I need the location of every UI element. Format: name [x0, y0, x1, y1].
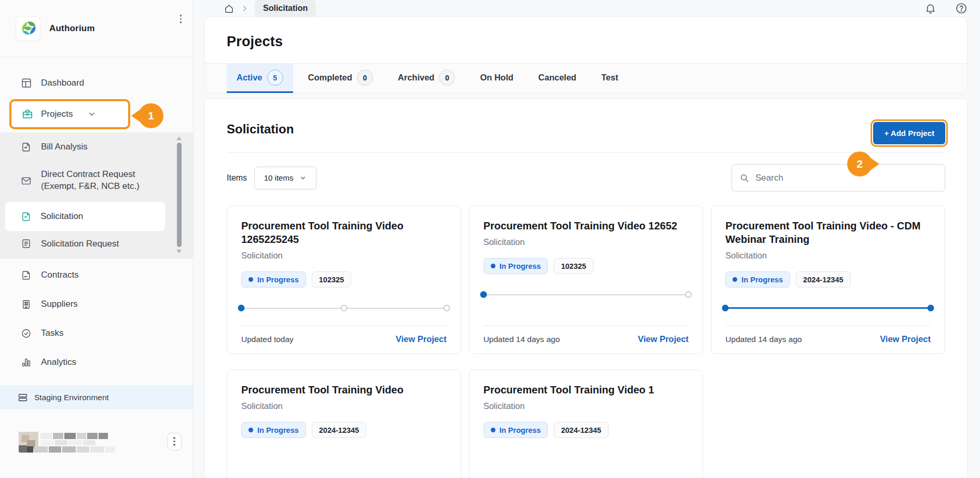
topbar: Solicitation [194, 0, 980, 17]
view-project-link[interactable]: View Project [638, 334, 689, 344]
envelope-icon [21, 175, 32, 186]
view-project-link[interactable]: View Project [396, 334, 447, 344]
sidebar-item-contracts[interactable]: Contracts [0, 263, 193, 287]
status-dot-icon [249, 277, 253, 282]
tab-test[interactable]: Test [591, 64, 628, 93]
sidebar-item-direct-contract-request[interactable]: Direct Contract Request (Exempt, F&R, NC… [0, 160, 193, 201]
items-label: Items [227, 173, 247, 183]
notifications-bell-icon[interactable] [924, 3, 936, 15]
project-title: Procurement Tool Training Video 1 [484, 383, 689, 397]
breadcrumb-chevron-icon [241, 5, 249, 12]
scroll-up-arrow-icon[interactable] [176, 136, 182, 140]
sidebar-item-tasks[interactable]: Tasks [0, 321, 193, 345]
project-card: Procurement Tool Training Video 1 Solici… [469, 370, 703, 478]
sidebar-header: Authorium [0, 0, 193, 57]
document-lines-icon [21, 238, 32, 249]
sidebar-item-bill-analysis[interactable]: Bill Analysis [0, 133, 193, 160]
main-content: Solicitation Projects Active 5 Completed… [194, 0, 980, 478]
chevron-down-icon [299, 174, 307, 182]
home-icon[interactable] [224, 3, 234, 14]
progress-bar [725, 305, 931, 311]
redacted-user-info [19, 431, 122, 453]
sidebar-item-projects[interactable]: Projects [9, 99, 130, 129]
sidebar-item-label: Solicitation [40, 211, 83, 222]
tab-label: On Hold [480, 73, 513, 83]
annotation-step-1: 1 [139, 103, 163, 128]
tab-archived[interactable]: Archived 0 [388, 64, 465, 93]
project-title: Procurement Tool Training Video - CDM We… [725, 219, 931, 246]
updated-timestamp: Updated 14 days ago [484, 335, 560, 344]
status-badge: In Progress [484, 422, 548, 438]
project-code-badge: 2024-12345 [796, 271, 850, 288]
tab-label: Completed [308, 73, 352, 83]
section-title: Solicitation [227, 122, 294, 136]
tab-completed[interactable]: Completed 0 [298, 64, 383, 93]
project-card: Procurement Tool Training Video Solicita… [227, 370, 461, 478]
sidebar-item-label: Suppliers [41, 299, 78, 309]
status-badge: In Progress [725, 271, 790, 288]
sidebar-item-label: Analytics [41, 357, 76, 367]
status-dot-icon [491, 264, 495, 268]
project-title: Procurement Tool Training Video 12652 [484, 219, 689, 233]
sidebar-item-label: Dashboard [41, 78, 84, 88]
sidebar-item-label: Tasks [41, 328, 63, 338]
scroll-down-arrow-icon[interactable] [176, 250, 182, 253]
tab-active[interactable]: Active 5 [227, 64, 293, 93]
page-title: Projects [227, 34, 967, 50]
user-kebab-menu-icon[interactable] [167, 433, 182, 450]
add-project-button[interactable]: + Add Project [873, 122, 945, 144]
items-select-value: 10 items [264, 173, 294, 182]
staging-environment-label: Staging Environment [34, 393, 109, 402]
status-dot-icon [249, 428, 253, 432]
project-type: Solicitation [725, 251, 931, 261]
search-icon [739, 173, 750, 183]
sidebar-item-dashboard[interactable]: Dashboard [0, 71, 193, 95]
project-card: Procurement Tool Training Video 12652 So… [469, 206, 703, 354]
status-badge: In Progress [484, 258, 548, 274]
tab-label: Canceled [539, 73, 576, 83]
help-icon[interactable] [955, 2, 968, 15]
dashboard-icon [21, 77, 32, 89]
project-code-badge: 2024-12345 [554, 422, 608, 438]
sidebar-item-solicitation-active[interactable]: Solicitation [5, 202, 165, 231]
submenu-scrollbar[interactable] [176, 136, 182, 253]
breadcrumb-current[interactable]: Solicitation [255, 0, 316, 17]
scrollbar-thumb[interactable] [177, 143, 182, 247]
sidebar-item-label: Solicitation Request [41, 239, 119, 249]
tab-count-badge: 0 [357, 70, 373, 86]
status-badge: In Progress [241, 271, 306, 288]
view-project-link[interactable]: View Project [880, 334, 931, 344]
tab-on-hold[interactable]: On Hold [470, 64, 523, 93]
sidebar-item-label: Projects [41, 109, 73, 119]
contract-icon [21, 270, 32, 281]
document-icon [21, 211, 32, 222]
search-box [731, 164, 945, 192]
sidebar-item-solicitation-request[interactable]: Solicitation Request [0, 232, 193, 255]
items-per-page-select[interactable]: 10 items [254, 167, 316, 189]
project-type: Solicitation [241, 401, 447, 411]
sidebar: Authorium Dashboard Projects Bill Analys… [0, 0, 194, 478]
updated-timestamp: Updated 14 days ago [725, 335, 802, 344]
project-card: Procurement Tool Training Video - CDM We… [711, 206, 945, 354]
server-icon [18, 392, 28, 403]
project-type: Solicitation [484, 401, 689, 411]
check-circle-icon [21, 328, 32, 339]
tab-canceled[interactable]: Canceled [529, 64, 586, 93]
updated-timestamp: Updated today [241, 335, 294, 344]
status-dot-icon [733, 277, 737, 282]
sidebar-item-suppliers[interactable]: Suppliers [0, 292, 193, 316]
project-code-badge: 2024-12345 [312, 422, 366, 438]
user-row [0, 409, 193, 478]
project-type: Solicitation [241, 251, 447, 261]
status-dot-icon [491, 428, 495, 432]
search-input[interactable] [755, 173, 937, 183]
sidebar-kebab-menu-icon[interactable] [180, 15, 182, 23]
tab-count-badge: 5 [267, 70, 283, 86]
progress-bar [241, 305, 447, 311]
chevron-down-icon [88, 110, 96, 118]
sidebar-item-analytics[interactable]: Analytics [0, 350, 193, 374]
project-type: Solicitation [484, 237, 689, 247]
annotation-step-2: 2 [847, 152, 872, 176]
app-name: Authorium [49, 23, 95, 34]
sidebar-item-label: Direct Contract Request (Exempt, F&R, NC… [41, 169, 154, 193]
